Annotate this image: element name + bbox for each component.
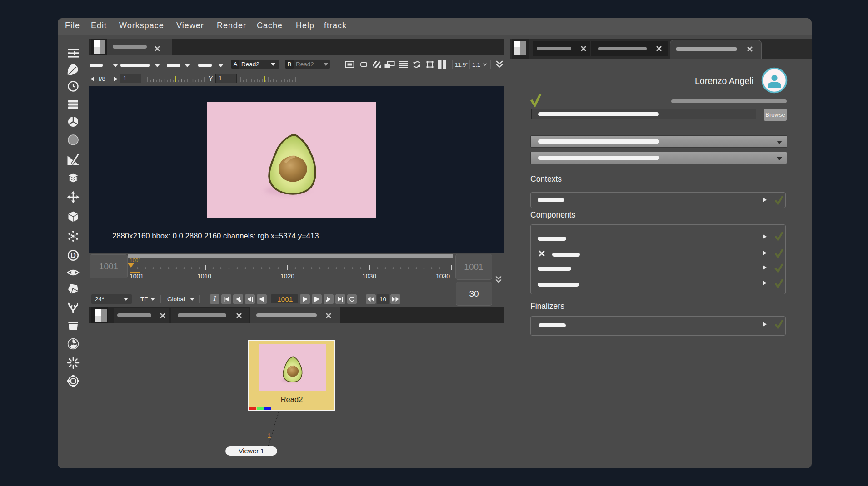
svg-text:D: D <box>70 252 76 259</box>
